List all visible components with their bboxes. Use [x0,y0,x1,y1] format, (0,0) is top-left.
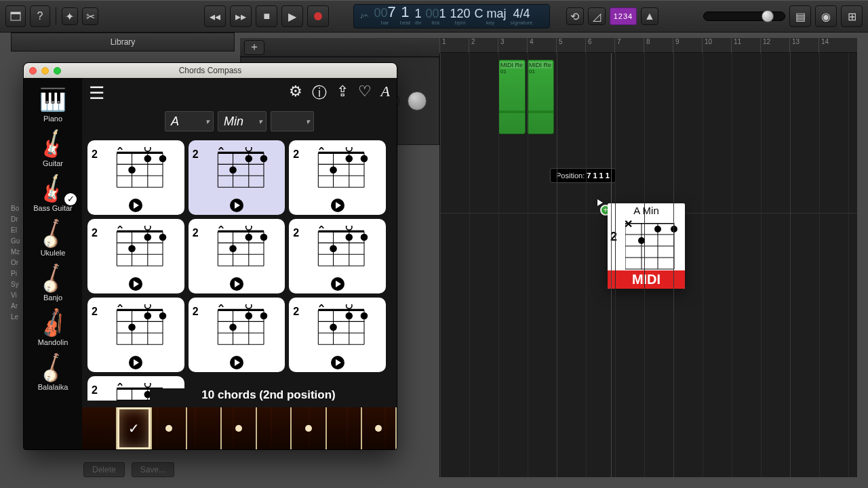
instrument-balalaika[interactable]: 🪕Balalaika [28,350,78,394]
play-chord-button[interactable] [129,277,142,291]
forward-button[interactable]: ▸▸ [230,5,252,27]
play-chord-button[interactable] [331,277,344,291]
chord-voicing[interactable]: 2✕ [189,219,285,293]
region-take: 01 [500,68,524,75]
chord-grid[interactable]: 2✕2✕2✕2✕2✕2✕2✕2✕2✕2✕ [86,139,387,401]
chord-voicing[interactable]: 2✕ [189,298,285,372]
timeline-ruler[interactable]: 1234567891011121314 [439,38,857,53]
play-chord-button[interactable] [230,356,243,369]
chord-voicing[interactable]: 2✕ [189,140,285,215]
play-button[interactable]: ▶ [281,5,303,27]
play-chord-button[interactable] [331,356,344,369]
volume-knob[interactable] [408,92,427,110]
library-title: Library [111,37,136,47]
ruler-bar[interactable]: 13 [789,38,800,53]
chord-voicing[interactable]: 2✕ [87,140,184,215]
chord-voicing[interactable]: 2✕ [87,219,184,293]
chord-voicing[interactable]: 2✕ [289,298,386,372]
neck-position[interactable]: ✓ [117,407,153,449]
play-chord-button[interactable] [230,199,243,212]
help-button[interactable]: ? [30,5,50,27]
instrument-mandolin[interactable]: 🎻Mandolin [28,306,78,349]
neck-position[interactable] [362,407,397,449]
loops-button[interactable]: ◉ [815,5,837,27]
play-chord-button[interactable] [129,356,142,369]
ruler-bar[interactable]: 6 [585,38,592,53]
neck-position[interactable] [292,407,327,449]
save-button[interactable]: Save... [132,462,174,477]
ruler-bar[interactable]: 9 [673,38,679,53]
lcd-display[interactable]: ♪𝄐 007bar 1beat 1div 001tick 120bpm C ma… [353,4,550,28]
neck-position[interactable] [187,407,222,449]
info-icon[interactable]: ⓘ [312,83,327,103]
chord-ext-dropdown[interactable] [271,111,314,131]
rewind-button[interactable]: ◂◂ [204,5,226,27]
fret-marker-icon [305,425,312,432]
library-toggle-button[interactable] [5,5,26,27]
midi-region[interactable]: MIDI Re 01 [527,60,554,134]
ruler-bar[interactable]: 11 [731,38,741,53]
neck-position[interactable] [152,407,187,449]
fret-marker-icon [165,425,172,432]
tools-button[interactable]: ✂ [82,7,98,25]
chord-type-dropdown[interactable]: Min [218,111,267,131]
instrument-ukulele[interactable]: 🪕Ukulele [28,216,78,260]
svg-point-102 [159,312,167,320]
tooltip-label: Position: [556,171,585,180]
ruler-bar[interactable]: 1 [439,38,446,53]
instrument-bass-guitar[interactable]: 🎸Bass Guitar [28,171,78,215]
master-volume-slider[interactable] [703,12,785,21]
font-icon[interactable]: A [381,83,390,103]
record-button[interactable] [307,5,329,27]
volume-knob[interactable] [762,10,774,22]
ruler-bar[interactable]: 12 [760,38,770,53]
instrument-piano[interactable]: 🎹Piano [28,82,78,125]
ruler-bar[interactable]: 10 [702,38,712,53]
stop-button[interactable]: ■ [256,5,277,27]
editors-button[interactable]: ⊞ [841,5,863,27]
root-note-dropdown[interactable]: A [165,111,214,131]
ruler-bar[interactable]: 4 [527,38,534,53]
share-icon[interactable]: ⇪ [336,83,349,103]
svg-point-39 [245,147,251,151]
count-in-button[interactable]: 1234 [610,7,637,25]
ruler-bar[interactable]: 7 [614,38,621,53]
ruler-bar[interactable]: 3 [498,38,505,53]
metronome-button[interactable]: ◿ [588,7,606,25]
chord-voicing[interactable]: 2✕ [289,140,386,215]
play-chord-button[interactable] [230,277,243,291]
midi-region[interactable]: MIDI Re 01 [498,60,526,134]
cycle-button[interactable]: ⟲ [566,7,584,25]
ruler-bar[interactable]: 14 [818,38,829,53]
menu-icon[interactable]: ☰ [89,83,104,104]
tuning-button[interactable]: ✦ [62,7,78,25]
zoom-icon[interactable] [54,67,61,75]
ruler-bar[interactable]: 2 [469,38,475,53]
heart-icon[interactable]: ♡ [358,83,372,103]
svg-point-128 [361,312,368,320]
neck-position[interactable] [257,407,292,449]
neck-position[interactable] [327,407,362,449]
gear-icon[interactable]: ⚙ [289,83,302,103]
close-icon[interactable] [29,67,37,75]
delete-button[interactable]: Delete [83,462,125,477]
instrument-guitar[interactable]: 🎸Guitar [28,127,78,170]
play-chord-button[interactable] [129,199,142,212]
minimize-icon[interactable] [41,67,49,75]
svg-point-22 [128,167,136,174]
svg-point-23 [144,155,151,163]
chord-voicing[interactable]: 2✕ [87,298,184,372]
chord-voicing[interactable]: 2✕ [289,219,386,293]
tuner-button[interactable]: ▲ [641,7,658,25]
arrange-area[interactable]: MIDI Re 01 MIDI Re 01 Position: 7 1 1 1 … [439,53,857,477]
instrument-banjo[interactable]: 🪕Banjo [28,261,78,304]
ruler-bar[interactable]: 5 [556,38,563,53]
play-chord-button[interactable] [331,199,344,212]
ruler-bar[interactable]: 8 [644,38,650,53]
neck-position[interactable] [222,407,257,449]
window-titlebar[interactable]: Chords Compass [24,63,397,78]
neck-position[interactable] [82,407,117,449]
fretboard-position-selector[interactable]: ✓ [82,407,397,449]
notepad-button[interactable]: ▤ [789,5,811,27]
add-track-button[interactable]: ＋ [244,40,264,55]
